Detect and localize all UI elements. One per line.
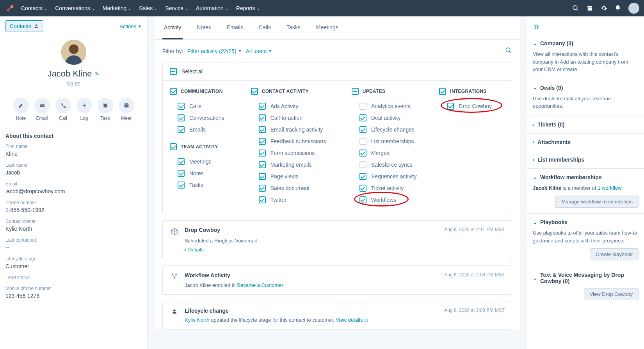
all-users-dropdown[interactable]: All users ▼ — [246, 48, 272, 54]
checkbox[interactable] — [259, 114, 266, 121]
nav-item-reports[interactable]: Reports⌄ — [232, 0, 264, 16]
filter-item-workflows[interactable]: Workflows — [352, 194, 424, 206]
checkbox[interactable] — [259, 185, 266, 192]
nav-item-conversations[interactable]: Conversations⌄ — [51, 0, 99, 16]
checkbox[interactable] — [359, 103, 366, 110]
filter-item-call-to-action[interactable]: Call-to-action — [251, 112, 336, 124]
select-all-row[interactable]: Select all — [163, 62, 512, 81]
section-header-toggle[interactable]: ⌄Workflow memberships — [533, 174, 639, 180]
checkbox[interactable] — [170, 143, 177, 150]
select-all-checkbox[interactable] — [170, 68, 177, 75]
workflow-link[interactable]: Became a Customer — [237, 282, 283, 288]
checkbox[interactable] — [178, 182, 185, 189]
details-toggle[interactable]: ▸ Details — [185, 247, 505, 253]
filter-item-ads-activity[interactable]: Ads Activity — [251, 100, 336, 112]
field-last-name[interactable]: Last nameJacob — [5, 162, 142, 176]
contact-avatar[interactable] — [61, 40, 86, 65]
settings-gear-icon[interactable] — [600, 5, 607, 12]
filter-item-tasks[interactable]: Tasks — [170, 179, 235, 191]
filter-item-calls[interactable]: Calls — [170, 100, 235, 112]
checkbox[interactable] — [359, 173, 366, 180]
hubspot-logo-icon[interactable] — [5, 3, 16, 14]
filter-item-lifecycle-changes[interactable]: Lifecycle changes — [352, 124, 424, 135]
filter-header-integrations[interactable]: INTEGRATIONS — [439, 88, 505, 95]
filter-header-contact-activity[interactable]: CONTACT ACTIVITY — [251, 88, 336, 95]
checkbox[interactable] — [178, 103, 185, 110]
checkbox[interactable] — [359, 114, 366, 121]
log-action-button[interactable]: Log — [76, 98, 92, 121]
nav-item-sales[interactable]: Sales⌄ — [135, 0, 161, 16]
section-header-toggle[interactable]: ⌄Deals (0) — [533, 85, 639, 91]
filter-item-meetings[interactable]: Meetings — [170, 156, 235, 167]
filter-header-updates[interactable]: UPDATES — [352, 88, 424, 95]
field-lifecycle-stage[interactable]: Lifecycle stageCustomer — [5, 256, 142, 269]
filter-item-feedback-submissions[interactable]: Feedback submissions — [251, 135, 336, 147]
filter-item-drop-cowboy[interactable]: Drop Cowboy — [439, 100, 505, 112]
section-header-toggle[interactable]: ›Attachments — [533, 139, 639, 145]
tab-tasks[interactable]: Tasks — [285, 16, 302, 39]
checkbox[interactable] — [170, 88, 177, 95]
nav-item-automation[interactable]: Automation⌄ — [192, 0, 232, 16]
collapse-right-icon[interactable] — [527, 20, 644, 35]
checkbox[interactable] — [439, 88, 446, 95]
filter-item-sales-document[interactable]: Sales document — [251, 182, 336, 194]
field-mobile-phone-number[interactable]: Mobile phone number123-456-1278 — [5, 286, 142, 299]
filter-item-form-submissions[interactable]: Form submissions — [251, 147, 336, 159]
section-action-button[interactable]: Create playbook — [590, 248, 639, 260]
filter-header-communication[interactable]: COMMUNICATION — [170, 88, 235, 95]
filter-item-deal-activity[interactable]: Deal activity — [352, 112, 424, 124]
field-email[interactable]: Emailjacob@dropcowboy.com — [5, 181, 142, 194]
nav-item-marketing[interactable]: Marketing⌄ — [99, 0, 135, 16]
filter-item-ticket-activity[interactable]: Ticket activity — [352, 182, 424, 194]
checkbox[interactable] — [359, 138, 366, 145]
filter-item-sequences-activity[interactable]: Sequences activity — [352, 171, 424, 182]
checkbox[interactable] — [259, 138, 266, 145]
checkbox[interactable] — [259, 150, 266, 157]
checkbox[interactable] — [178, 126, 185, 133]
filter-header-team-activity[interactable]: TEAM ACTIVITY — [170, 143, 235, 150]
user-link[interactable]: Kylie North — [185, 317, 210, 323]
checkbox[interactable] — [259, 126, 266, 133]
tab-meetings[interactable]: Meetings — [315, 16, 340, 39]
checkbox[interactable] — [178, 114, 185, 121]
checkbox[interactable] — [259, 103, 266, 110]
checkbox[interactable] — [359, 126, 366, 133]
checkbox[interactable] — [359, 196, 366, 203]
view-details-link[interactable]: View details — [336, 317, 368, 323]
checkbox[interactable] — [259, 161, 266, 168]
field-phone-number[interactable]: Phone number1-855-550-1992 — [5, 200, 142, 213]
checkbox[interactable] — [259, 196, 266, 203]
filter-item-page-views[interactable]: Page views — [251, 171, 336, 182]
checkbox[interactable] — [447, 103, 454, 110]
tab-activity[interactable]: Activity — [162, 16, 183, 39]
section-header-toggle[interactable]: ⌄Text & Voice Messaging by Drop Cowboy (… — [533, 272, 639, 284]
meet-action-button[interactable]: Meet — [119, 98, 134, 121]
filter-item-email-tracking-activity[interactable]: Email tracking activity — [251, 124, 336, 135]
nav-item-service[interactable]: Service⌄ — [161, 0, 192, 16]
actions-dropdown[interactable]: Actions ▼ — [119, 23, 142, 29]
tab-notes[interactable]: Notes — [195, 16, 213, 39]
user-avatar-icon[interactable] — [628, 3, 639, 14]
section-header-toggle[interactable]: ⌄Company (0) — [533, 40, 639, 46]
task-action-button[interactable]: Task — [98, 98, 113, 121]
checkbox[interactable] — [259, 173, 266, 180]
notifications-bell-icon[interactable] — [614, 5, 621, 12]
filter-item-salesforce-syncs[interactable]: Salesforce syncs — [352, 159, 424, 171]
search-icon[interactable] — [572, 5, 579, 12]
field-lead-status[interactable]: Lead status — [5, 275, 142, 280]
filter-item-conversations[interactable]: Conversations — [170, 112, 235, 124]
checkbox[interactable] — [359, 150, 366, 157]
checkbox[interactable] — [251, 88, 258, 95]
section-action-button[interactable]: Manage workflow memberships — [555, 196, 639, 208]
tab-calls[interactable]: Calls — [257, 16, 272, 39]
filter-item-merges[interactable]: Merges — [352, 147, 424, 159]
filter-item-notes[interactable]: Notes — [170, 167, 235, 179]
search-icon[interactable] — [505, 47, 512, 55]
checkbox[interactable] — [178, 158, 185, 165]
section-header-toggle[interactable]: ›List memberships — [533, 157, 639, 163]
checkbox[interactable] — [352, 88, 359, 95]
note-action-button[interactable]: Note — [13, 98, 29, 121]
marketplace-icon[interactable] — [586, 5, 593, 12]
edit-pencil-icon[interactable]: ✎ — [95, 71, 100, 77]
field-first-name[interactable]: First nameKline — [5, 144, 142, 157]
